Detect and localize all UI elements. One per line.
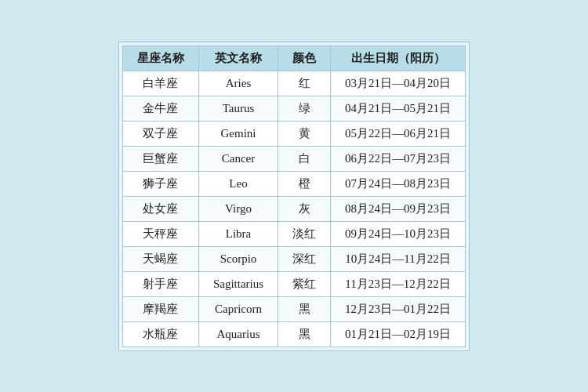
col-header-dates: 出生日期（阳历）	[331, 45, 466, 71]
cell-dates: 05月22日—06月21日	[331, 121, 466, 146]
table-row: 摩羯座Capricorn黑12月23日—01月22日	[122, 296, 465, 321]
table-row: 金牛座Taurus绿04月21日—05月21日	[122, 96, 465, 121]
table-row: 白羊座Aries红03月21日—04月20日	[122, 71, 465, 96]
cell-dates: 01月21日—02月19日	[331, 321, 466, 347]
zodiac-table-container: 星座名称 英文名称 颜色 出生日期（阳历） 白羊座Aries红03月21日—04…	[118, 42, 470, 351]
cell-color: 淡红	[278, 221, 331, 246]
cell-chinese: 白羊座	[122, 71, 198, 96]
cell-color: 绿	[278, 96, 331, 121]
cell-color: 橙	[278, 171, 331, 196]
cell-color: 黄	[278, 121, 331, 146]
cell-chinese: 射手座	[122, 271, 198, 296]
cell-dates: 11月23日—12月22日	[331, 271, 466, 296]
cell-color: 灰	[278, 196, 331, 221]
table-row: 射手座Sagittarius紫红11月23日—12月22日	[122, 271, 465, 296]
table-row: 水瓶座Aquarius黑01月21日—02月19日	[122, 321, 465, 347]
cell-chinese: 天蝎座	[122, 246, 198, 271]
cell-chinese: 处女座	[122, 196, 198, 221]
col-header-chinese: 星座名称	[122, 45, 198, 71]
cell-dates: 03月21日—04月20日	[331, 71, 466, 96]
col-header-english: 英文名称	[198, 45, 278, 71]
zodiac-table: 星座名称 英文名称 颜色 出生日期（阳历） 白羊座Aries红03月21日—04…	[122, 45, 466, 347]
cell-english: Taurus	[198, 96, 278, 121]
cell-dates: 10月24日—11月22日	[331, 246, 466, 271]
cell-english: Cancer	[198, 146, 278, 171]
cell-color: 深红	[278, 246, 331, 271]
table-row: 天秤座Libra淡红09月24日—10月23日	[122, 221, 465, 246]
cell-color: 黑	[278, 296, 331, 321]
cell-chinese: 巨蟹座	[122, 146, 198, 171]
cell-dates: 07月24日—08月23日	[331, 171, 466, 196]
cell-chinese: 金牛座	[122, 96, 198, 121]
cell-chinese: 天秤座	[122, 221, 198, 246]
cell-english: Aquarius	[198, 321, 278, 347]
cell-english: Leo	[198, 171, 278, 196]
cell-color: 白	[278, 146, 331, 171]
cell-english: Virgo	[198, 196, 278, 221]
cell-dates: 09月24日—10月23日	[331, 221, 466, 246]
table-row: 巨蟹座Cancer白06月22日—07月23日	[122, 146, 465, 171]
cell-english: Capricorn	[198, 296, 278, 321]
cell-english: Libra	[198, 221, 278, 246]
cell-chinese: 狮子座	[122, 171, 198, 196]
cell-color: 紫红	[278, 271, 331, 296]
cell-dates: 04月21日—05月21日	[331, 96, 466, 121]
table-row: 天蝎座Scorpio深红10月24日—11月22日	[122, 246, 465, 271]
table-header-row: 星座名称 英文名称 颜色 出生日期（阳历）	[122, 45, 465, 71]
cell-english: Aries	[198, 71, 278, 96]
cell-dates: 06月22日—07月23日	[331, 146, 466, 171]
cell-english: Scorpio	[198, 246, 278, 271]
cell-chinese: 摩羯座	[122, 296, 198, 321]
table-row: 处女座Virgo灰08月24日—09月23日	[122, 196, 465, 221]
cell-chinese: 水瓶座	[122, 321, 198, 347]
table-row: 狮子座Leo橙07月24日—08月23日	[122, 171, 465, 196]
cell-english: Gemini	[198, 121, 278, 146]
cell-dates: 12月23日—01月22日	[331, 296, 466, 321]
cell-color: 红	[278, 71, 331, 96]
cell-dates: 08月24日—09月23日	[331, 196, 466, 221]
cell-chinese: 双子座	[122, 121, 198, 146]
table-row: 双子座Gemini黄05月22日—06月21日	[122, 121, 465, 146]
col-header-color: 颜色	[278, 45, 331, 71]
cell-color: 黑	[278, 321, 331, 347]
cell-english: Sagittarius	[198, 271, 278, 296]
